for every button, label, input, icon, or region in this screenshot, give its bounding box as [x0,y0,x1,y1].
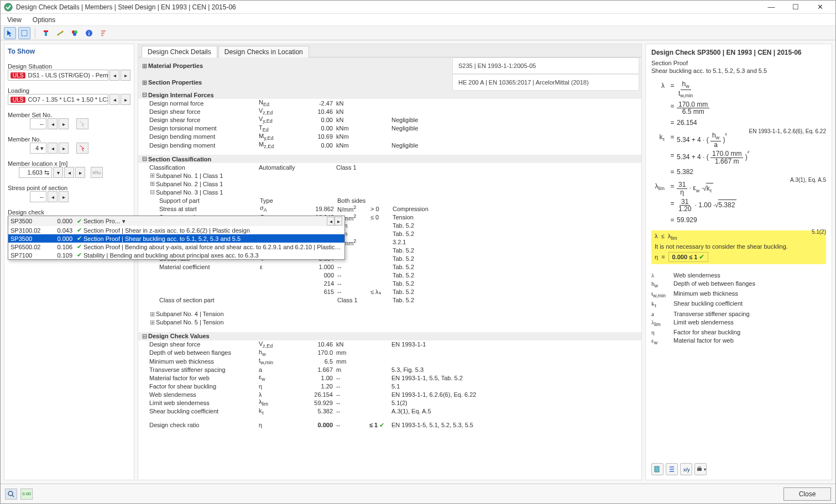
middle-panel: Design Check Details Design Checks in Lo… [138,44,642,480]
legend-row: tw,minMinimum web thickness [651,290,826,298]
toolbar: i [1,26,835,40]
dc-row-2[interactable]: SP6500.020.106✔Section Proof | Bending a… [8,243,344,251]
legend-row: λWeb slenderness [651,272,826,279]
svg-point-15 [8,491,13,496]
sub5[interactable]: Subpanel No. 5 | Tension [156,319,224,326]
member-loc-dropdown[interactable]: ▾ [53,167,63,178]
dc-row-3[interactable]: SP71000.109✔Stability | Bending and buck… [8,251,344,259]
toolbar-section-icon[interactable] [40,27,52,39]
rt-formula-icon[interactable]: x/y [680,463,692,475]
dif-row: Design shear force Vz,Ed 10.46 kN [138,107,641,116]
to-show-header: To Show [8,48,130,55]
sc3-row: Class of section part Class 1 Tab. 5.2 [138,296,641,305]
app-icon [4,3,13,12]
dcv-row: Minimum web thickness tw,min 6.5 mm [138,357,641,365]
design-check-dropdown[interactable]: SP3500 0.000 ✔ Section Pro...▾ ◂▸ SP3100… [8,216,345,260]
dc-row-1-selected[interactable]: SP35000.000✔Section Proof | Shear buckli… [8,234,344,243]
loading-combo[interactable]: ULS CO7 - 1.35 * LC1 + 1.50 * LC3... ▾ [8,94,108,105]
member-no-field[interactable]: 4▾ [30,143,46,154]
loading-prev[interactable]: ◂ [109,94,119,105]
dif-row: Design normal force NEd -2.47 kN [138,99,641,107]
sc-hdr[interactable]: Section Classification [148,156,211,162]
stress-point-field[interactable]: -- [30,191,46,202]
sec-hdr[interactable]: Section Properties [148,79,202,86]
design-situation-prev[interactable]: ◂ [109,70,119,81]
tab-location[interactable]: Design Checks in Location [218,46,309,57]
dif-hdr[interactable]: Design Internal Forces [148,92,214,98]
sub1[interactable]: Subpanel No. 1 | Class 1 [156,172,223,179]
member-loc-field[interactable]: 1.603 ⇆ [19,167,52,178]
maximize-button[interactable]: ☐ [783,1,808,13]
dc-hdr-id: SP3500 [11,218,49,224]
member-set-label: Member Set No. [8,112,130,118]
menu-options[interactable]: Options [30,15,58,25]
member-set-prev[interactable]: ◂ [48,118,58,129]
tab-details[interactable]: Design Check Details [142,46,217,57]
toolbar-select-icon[interactable] [18,27,30,39]
design-situation-value: DS1 - ULS (STR/GEO) - Permane... [28,72,108,78]
minimize-button[interactable]: — [759,1,783,13]
member-no-label: Member No. [8,136,130,143]
design-situation-combo[interactable]: ULS DS1 - ULS (STR/GEO) - Permane... [8,70,108,81]
hl-statement: It is not necessary to consider the shea… [655,243,823,250]
toolbar-arrow-icon[interactable] [4,27,16,39]
right-toolbar: x/y ▾ [651,459,826,475]
stress-point-prev[interactable]: ◂ [48,191,58,202]
footer-decimals-icon[interactable]: 0.00 [20,489,33,500]
svg-text:x/y: x/y [683,467,690,473]
member-set-field[interactable]: -- [30,118,46,129]
rt-copy-icon[interactable] [651,463,663,475]
toolbar-sort-icon[interactable] [97,27,109,39]
mat-hdr[interactable]: Material Properties [148,62,203,69]
dcv-row: Design shear force Vz,Ed 10.46 kN EN 199… [138,340,641,349]
legend-row: aTransverse stiffener spacing [651,311,826,317]
sc3-row: Material coefficient ε 1.000 -- Tab. 5.2 [138,263,641,271]
right-sub2: Shear buckling acc. to 5.1, 5.2, 5.3 and… [651,67,826,74]
dif-row: Design bending moment Mz,Ed 0.00 kNm Neg… [138,141,641,149]
sub2[interactable]: Subpanel No. 2 | Class 1 [156,181,223,187]
sc3-row: 615 -- ≤ λ₁ Tab. 5.2 [138,288,641,296]
toolbar-beam-icon[interactable] [54,27,66,39]
dc-row-0[interactable]: SP3100.020.043✔Section Proof | Shear in … [8,226,344,234]
member-no-pick-icon[interactable] [76,143,88,154]
design-check-label: Design check [8,209,130,216]
tabs: Design Check Details Design Checks in Lo… [138,44,641,57]
toolbar-colors-icon[interactable] [69,27,81,39]
member-set-next[interactable]: ▸ [59,118,69,129]
svg-rect-13 [697,468,702,471]
right-panel: Design Check SP3500 | EN 1993 | CEN | 20… [645,44,832,480]
stress-point-next[interactable]: ▸ [59,191,69,202]
sub3[interactable]: Subpanel No. 3 | Class 1 [156,189,223,196]
uls-pill: ULS [11,72,25,78]
sc3-row: Stress at start σA 19.862 N/mm2 > 0 Comp… [138,204,641,213]
sc3-row: Support of part Type Both sides [138,196,641,204]
design-situation-next[interactable]: ▸ [121,70,130,81]
footer-search-icon[interactable] [5,489,17,500]
close-window-button[interactable]: ✕ [808,1,832,13]
hl-result: η= 0.000 ≤ 1 ✔ [655,252,823,262]
svg-rect-14 [698,466,701,468]
dif-row: Design shear force Vy,Ed 0.00 kN Negligi… [138,116,641,124]
eq-ref-2: A.3(1), Eq. A.5 [790,176,826,184]
loading-next[interactable]: ▸ [121,94,130,105]
legend-row: hwDepth of web between flanges [651,280,826,288]
member-loc-next[interactable]: ▸ [75,167,85,178]
rt-print-icon[interactable]: ▾ [694,463,707,475]
toolbar-info-icon[interactable]: i [83,27,95,39]
dcv-hdr[interactable]: Design Check Values [148,333,210,339]
mat-right: S235 | EN 1993-1-1:2005-05 [452,57,639,74]
member-set-pick-icon[interactable] [76,118,88,129]
close-button[interactable]: Close [783,487,831,501]
member-no-prev[interactable]: ◂ [48,143,58,154]
svg-point-5 [62,30,64,32]
sub4[interactable]: Subpanel No. 4 | Tension [156,311,224,317]
right-title: Design Check SP3500 | EN 1993 | CEN | 20… [651,49,826,56]
menu-view[interactable]: View [5,15,24,25]
svg-point-0 [4,3,12,11]
rt-list-icon[interactable] [666,463,678,475]
dcv-row: Depth of web between flanges hw 170.0 mm [138,349,641,357]
sec-right: HE 200 A | EN 10365:2017 | ArcelorMittal… [452,74,639,91]
member-loc-x0-button[interactable]: x/x₀ [91,167,103,178]
member-no-next[interactable]: ▸ [59,143,69,154]
member-loc-prev[interactable]: ◂ [64,167,74,178]
